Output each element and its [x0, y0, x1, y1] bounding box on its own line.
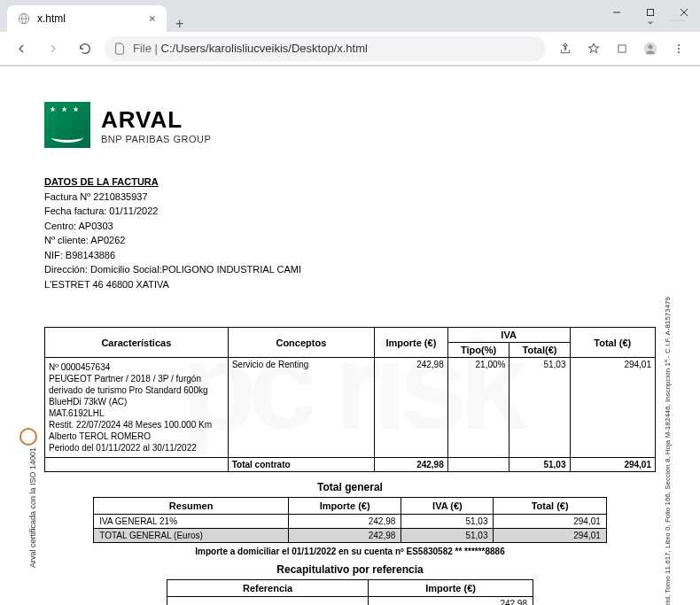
page-viewport: pc risk Arval certificada con la ISO 140… — [0, 66, 700, 605]
invoice-center: Centro: AP0303 — [44, 219, 656, 234]
star-icon[interactable] — [581, 36, 606, 61]
cell-r1-importe: 242,98 — [289, 515, 401, 529]
new-tab-button[interactable]: + — [167, 16, 192, 32]
svg-point-9 — [648, 44, 652, 49]
cell-iva-total: 51,03 — [509, 358, 570, 458]
cell-importe: 242,98 — [375, 358, 448, 458]
svg-rect-7 — [618, 44, 626, 51]
menu-icon[interactable] — [666, 36, 691, 61]
maximize-button[interactable] — [634, 0, 666, 25]
file-icon — [113, 43, 126, 55]
close-tab-icon[interactable]: × — [149, 12, 156, 26]
invoice-title: DATOS DE LA FACTURA — [44, 175, 656, 190]
address-bar[interactable]: File | C:/Users/karolisliucveikis/Deskto… — [105, 36, 546, 61]
invoice-header: DATOS DE LA FACTURA Factura Nº 221083593… — [44, 175, 656, 291]
cell-r1-iva: 51,03 — [401, 515, 494, 529]
section-total-general: Total general — [44, 481, 656, 493]
cell-r2-total: 294,01 — [494, 529, 606, 543]
cell-ref — [167, 597, 369, 606]
invoice-page: ★ ★ ★ ARVAL BNP PARIBAS GROUP DATOS DE L… — [0, 66, 700, 605]
invoice-date: Fecha factura: 01/11/2022 — [44, 204, 656, 219]
th-importe2: Importe (€) — [289, 498, 401, 515]
back-button[interactable] — [9, 36, 34, 61]
cell-r1-label: IVA GENERAL 21% — [94, 515, 289, 529]
window-controls — [601, 0, 700, 25]
cell-tipo: 21,00% — [447, 358, 509, 458]
invoice-address1: Dirección: Domicilio Social:POLIGONO IND… — [44, 262, 656, 277]
th-total-eur: Total(€) — [509, 343, 570, 358]
th-resumen: Resumen — [94, 498, 289, 515]
svg-point-11 — [678, 48, 680, 50]
th-total2: Total (€) — [494, 498, 606, 515]
th-conceptos: Conceptos — [228, 328, 374, 358]
invoice-client: Nº cliente: AP0262 — [44, 233, 656, 248]
cell-footer-importe: 242,98 — [375, 458, 448, 472]
browser-tab[interactable]: x.html × — [7, 5, 167, 32]
tab-bar: x.html × + ⌄ — — [0, 0, 700, 32]
invoice-address2: L'ESTRET 46 46800 XATIVA — [44, 277, 656, 292]
logo-icon: ★ ★ ★ — [44, 102, 90, 148]
table-row: Nº 0000457634 PEUGEOT Partner / 2018 / 3… — [45, 358, 656, 458]
table-row: 242,98 — [167, 597, 533, 606]
logo-subtitle: BNP PARIBAS GROUP — [101, 134, 211, 144]
table-total-row: Total contrato 242,98 51,03 294,01 — [45, 458, 656, 472]
th-tipo: Tipo(%) — [447, 343, 509, 358]
th-importe: Importe (€) — [375, 328, 448, 358]
reload-button[interactable] — [73, 36, 97, 61]
minimize-button[interactable] — [601, 0, 633, 25]
svg-rect-1 — [648, 10, 654, 16]
logo-brand: ARVAL — [101, 106, 211, 134]
share-icon[interactable] — [553, 36, 578, 61]
cell-total: 294,01 — [570, 358, 656, 458]
tab-title: x.html — [37, 12, 66, 25]
invoice-number: Factura Nº 2210835937 — [44, 190, 656, 205]
toolbar-right — [553, 36, 691, 61]
summary-table: Resumen Importe (€) IVA (€) Total (€) IV… — [93, 497, 607, 543]
url-text: File | C:/Users/karolisliucveikis/Deskto… — [133, 42, 368, 55]
toolbar: File | C:/Users/karolisliucveikis/Deskto… — [0, 32, 700, 66]
browser-chrome: x.html × + ⌄ — File | C:/Users/karolisli… — [0, 0, 700, 66]
cell-ref-importe: 242,98 — [369, 597, 533, 606]
section-recap-referencia: Recapitulativo por referencia — [44, 563, 656, 576]
direct-debit-note: Importe a domiciliar el 01/11/2022 en su… — [44, 547, 656, 556]
profile-icon[interactable] — [638, 36, 663, 61]
th-caracteristicas: Características — [45, 328, 229, 358]
invoice-nif: NIF: B98143886 — [44, 248, 656, 263]
th-iva: IVA — [447, 328, 570, 343]
cell-footer-total: 294,01 — [570, 458, 656, 472]
svg-point-12 — [678, 51, 680, 53]
cell-total-label: Total contrato — [228, 458, 374, 472]
cell-r1-total: 294,01 — [494, 515, 606, 529]
cell-concepto: Servicio de Renting — [228, 358, 374, 458]
extension-icon[interactable] — [610, 36, 634, 61]
svg-point-10 — [678, 44, 680, 46]
logo: ★ ★ ★ ARVAL BNP PARIBAS GROUP — [44, 102, 656, 148]
close-button[interactable] — [668, 0, 700, 25]
th-iva2: IVA (€) — [401, 498, 494, 515]
th-ref: Referencia — [167, 580, 369, 597]
forward-button[interactable] — [41, 36, 66, 61]
th-total: Total (€) — [570, 328, 656, 358]
table-row-total: TOTAL GENERAL (Euros) 242,98 51,03 294,0… — [94, 529, 607, 543]
cell-footer-iva: 51,03 — [509, 458, 570, 472]
cell-r2-importe: 242,98 — [289, 529, 401, 543]
th-importe3: Importe (€) — [369, 580, 533, 597]
cell-details: Nº 0000457634 PEUGEOT Partner / 2018 / 3… — [45, 358, 229, 458]
globe-icon — [18, 12, 30, 25]
table-row: IVA GENERAL 21% 242,98 51,03 294,01 — [94, 515, 607, 529]
reference-table: Referencia Importe (€) 242,98 — [167, 579, 533, 605]
cell-r2-iva: 51,03 — [401, 529, 494, 543]
line-items-table: Características Conceptos Importe (€) IV… — [44, 327, 656, 472]
cell-r2-label: TOTAL GENERAL (Euros) — [94, 529, 289, 543]
